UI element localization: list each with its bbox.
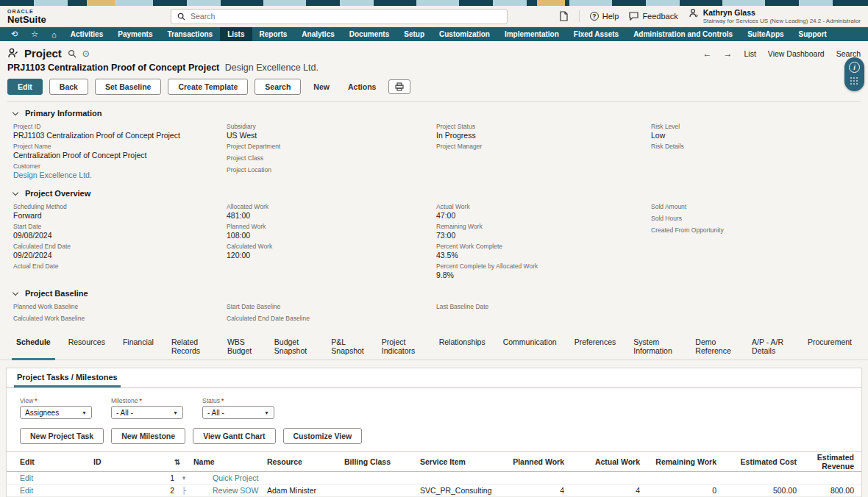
netsuite-wordmark: NetSuite [7, 15, 46, 24]
nav-item[interactable]: Lists [220, 27, 252, 41]
shortcuts-star-icon[interactable]: ☆ [24, 27, 45, 41]
field-value: US West [227, 131, 436, 140]
back-button[interactable]: Back [49, 79, 88, 95]
print-button[interactable] [388, 79, 410, 94]
next-record-button[interactable]: → [724, 49, 733, 59]
tab[interactable]: Related Records [163, 334, 218, 360]
nav-item[interactable]: Transactions [160, 27, 220, 41]
tab[interactable]: Project Indicators [373, 334, 430, 360]
column-header-service-item[interactable]: Service Item [420, 457, 508, 466]
previous-record-button[interactable]: ← [703, 49, 712, 59]
field: Remaining Work 73:00 [436, 223, 651, 240]
new-project-task-button[interactable]: New Project Task [20, 428, 104, 444]
nav-item[interactable]: Documents [342, 27, 396, 41]
info-icon[interactable]: i [849, 62, 860, 73]
field-value [651, 211, 855, 212]
column-header-remaining-work[interactable]: Remaining Work [640, 457, 716, 466]
tree-glyph[interactable]: ├ [174, 487, 193, 494]
field: Project ID PRJ1103 Centralization Proof … [13, 123, 227, 140]
column-header-planned-work[interactable]: Planned Work [508, 457, 564, 466]
nav-item[interactable]: Fixed Assets [566, 27, 626, 41]
subtab-project-tasks[interactable]: Project Tasks / Milestones [14, 368, 121, 387]
user-menu[interactable]: Kathryn Glass Stairway for Services US (… [689, 8, 861, 24]
tab[interactable]: Preferences [566, 334, 625, 360]
apps-grid-icon[interactable] [850, 77, 859, 86]
column-header-billing-class[interactable]: Billing Class [344, 457, 420, 466]
tab[interactable]: Communication [494, 334, 566, 360]
field-label: Percent Complete by Allocated Work [436, 262, 651, 271]
filter-select[interactable]: Assignees ▼ [20, 406, 92, 419]
edit-button[interactable]: Edit [7, 79, 43, 95]
recent-records-icon[interactable]: ⟲ [4, 27, 24, 41]
field: Actual Work 47:00 [436, 203, 651, 221]
filter-select[interactable]: - All - ▼ [202, 406, 274, 419]
assistant-widget[interactable]: i [844, 57, 864, 91]
project-overview-header[interactable]: Project Overview [13, 189, 855, 198]
tab[interactable]: Resources [60, 334, 114, 360]
nav-item[interactable]: Setup [396, 27, 432, 41]
nav-item[interactable]: Analytics [294, 27, 341, 41]
nav-item[interactable]: Administration and Controls [626, 27, 740, 41]
nav-item[interactable]: Customization [432, 27, 497, 41]
filter: View* Assignees ▼ [20, 397, 92, 419]
record-search-icon[interactable] [68, 49, 77, 58]
field: Last Baseline Date [436, 303, 651, 312]
set-baseline-button[interactable]: Set Baseline [95, 79, 161, 95]
tab[interactable]: P&L Snapshot [322, 334, 372, 360]
tab[interactable]: Relationships [430, 334, 494, 360]
nav-item[interactable]: SuiteApps [740, 27, 791, 41]
column-header-estimated-cost[interactable]: Estimated Cost [716, 457, 797, 466]
edit-link[interactable]: Edit [20, 486, 93, 495]
column-header-estimated-revenue[interactable]: Estimated Revenue [797, 453, 854, 471]
column-header-edit[interactable]: Edit [20, 457, 93, 466]
tab[interactable]: WBS Budget [218, 334, 266, 360]
help-button[interactable]: ? Help [590, 12, 619, 21]
customize-view-button[interactable]: Customize View [283, 428, 363, 444]
view-gantt-chart-button[interactable]: View Gantt Chart [193, 428, 275, 444]
home-icon[interactable]: ⌂ [45, 27, 63, 41]
schedule-panel: Project Tasks / Milestones View* Assigne… [6, 368, 862, 497]
column-header-id[interactable]: ID [93, 457, 174, 466]
tree-glyph[interactable]: ▾ [174, 474, 193, 482]
sort-icon[interactable]: ⇅ [174, 458, 193, 466]
global-search[interactable] [171, 9, 508, 24]
filter-select[interactable]: - All - ▼ [111, 406, 183, 419]
actions-menu-button[interactable]: Actions [342, 79, 383, 94]
search-button[interactable]: Search [255, 79, 301, 95]
nav-item[interactable]: Support [791, 27, 834, 41]
field-label: Calculated Work [227, 243, 436, 251]
new-milestone-button[interactable]: New Milestone [111, 428, 185, 444]
search-link[interactable]: Search [836, 49, 861, 58]
tab[interactable]: Demo Reference [686, 334, 743, 360]
tab[interactable]: Financial [114, 334, 163, 360]
tab[interactable]: Schedule [7, 334, 60, 360]
nav-item[interactable]: Payments [110, 27, 160, 41]
tab[interactable]: Budget Snapshot [266, 334, 323, 360]
tab[interactable]: System Information [625, 334, 686, 360]
primary-information-header[interactable]: Primary Information [13, 109, 855, 118]
edit-link[interactable]: Edit [20, 473, 93, 482]
nav-item[interactable]: Activities [63, 27, 110, 41]
task-name-link[interactable]: Review SOW [193, 486, 267, 495]
field: Percent Complete by Allocated Work 9.8% [436, 262, 651, 280]
view-dashboard-link[interactable]: View Dashboard [768, 49, 825, 58]
netsuite-logo[interactable]: ORACLE NetSuite [7, 9, 46, 24]
tab[interactable]: Procurement [799, 334, 861, 360]
task-name-link[interactable]: Quick Project [193, 473, 267, 482]
column-header-name[interactable]: Name [193, 457, 267, 466]
quick-add-button[interactable] [559, 11, 569, 21]
nav-item[interactable]: Reports [252, 27, 295, 41]
column-header-actual-work[interactable]: Actual Work [564, 457, 640, 466]
resource-cell: Adam Minister [267, 486, 344, 495]
new-menu-button[interactable]: New [307, 79, 335, 94]
column-header-resource[interactable]: Resource [267, 457, 344, 466]
list-link[interactable]: List [744, 49, 756, 58]
project-baseline-header[interactable]: Project Baseline [13, 289, 855, 298]
nav-item[interactable]: Implementation [497, 27, 566, 41]
tab[interactable]: A/P - A/R Details [743, 334, 799, 360]
global-search-input[interactable] [191, 12, 501, 21]
create-template-button[interactable]: Create Template [168, 79, 248, 95]
customize-icon[interactable]: ⊙ [82, 49, 90, 59]
field-label: Project ID [13, 123, 227, 131]
feedback-button[interactable]: Feedback [629, 12, 677, 21]
